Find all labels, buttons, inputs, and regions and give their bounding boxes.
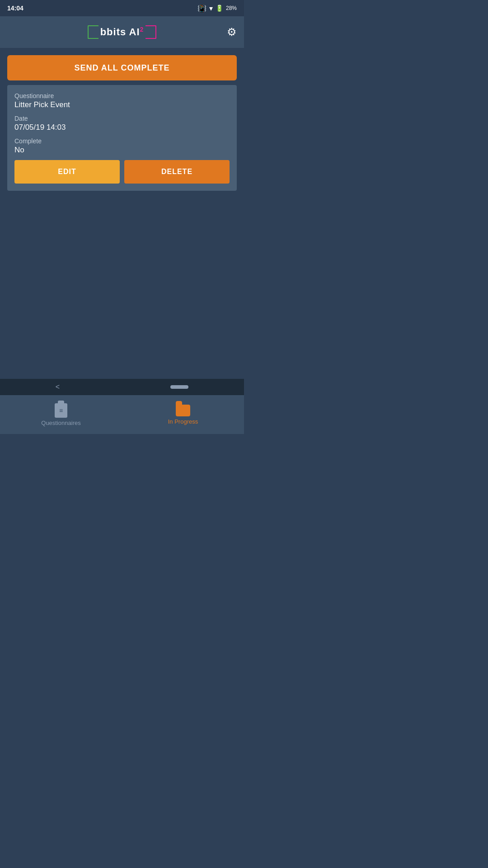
system-nav: < <box>0 379 244 395</box>
battery-icon: 🔋 <box>216 5 223 12</box>
edit-button[interactable]: EDIT <box>14 160 120 184</box>
delete-button[interactable]: DELETE <box>124 160 230 184</box>
home-indicator[interactable] <box>170 385 188 389</box>
logo-text: bbits AI2 <box>100 26 144 38</box>
card-actions: EDIT DELETE <box>14 160 230 184</box>
back-button[interactable]: < <box>56 383 60 391</box>
app-logo: bbits AI2 <box>88 25 157 39</box>
logo-superscript: 2 <box>140 26 144 33</box>
wifi-icon: ▾ <box>209 4 213 13</box>
main-content: SEND ALL COMPLETE Questionnaire Litter P… <box>0 48 244 198</box>
bottom-navigation: Questionnaires In Progress <box>0 395 244 434</box>
questionnaires-icon <box>55 403 67 418</box>
questionnaire-value: Litter Pick Event <box>14 100 230 109</box>
vibrate-icon: 📳 <box>197 4 206 13</box>
questionnaires-label: Questionnaires <box>41 420 80 426</box>
settings-button[interactable]: ⚙ <box>227 26 237 38</box>
battery-percent: 28% <box>226 5 237 11</box>
date-value: 07/05/19 14:03 <box>14 123 230 132</box>
logo-bracket-left <box>88 25 99 39</box>
date-label: Date <box>14 115 230 122</box>
logo-bracket-right <box>145 25 156 39</box>
send-all-complete-button[interactable]: SEND ALL COMPLETE <box>7 55 237 80</box>
questionnaire-label: Questionnaire <box>14 92 230 99</box>
complete-label: Complete <box>14 137 230 145</box>
questionnaire-card: Questionnaire Litter Pick Event Date 07/… <box>7 85 237 191</box>
nav-item-in-progress[interactable]: In Progress <box>122 405 244 425</box>
status-icons: 📳 ▾ 🔋 28% <box>197 4 237 13</box>
in-progress-icon <box>176 405 190 416</box>
status-time: 14:04 <box>7 5 23 12</box>
app-header: bbits AI2 ⚙ <box>0 16 244 48</box>
complete-value: No <box>14 146 230 155</box>
nav-item-questionnaires[interactable]: Questionnaires <box>0 403 122 426</box>
status-bar: 14:04 📳 ▾ 🔋 28% <box>0 0 244 16</box>
in-progress-label: In Progress <box>168 418 198 425</box>
